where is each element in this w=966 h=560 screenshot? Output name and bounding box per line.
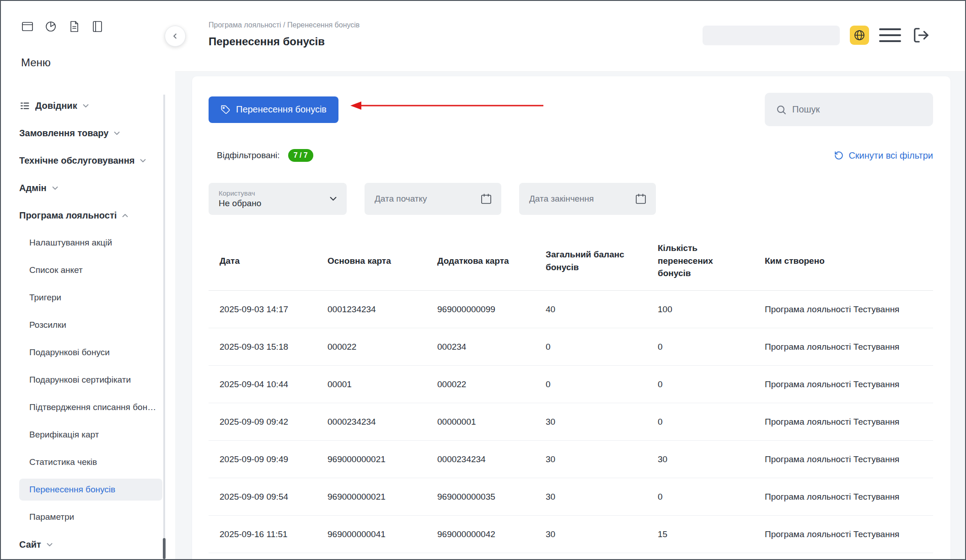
language-button[interactable] [850, 26, 869, 45]
chevron-down-icon [47, 543, 53, 547]
sidebar-scrollbar-thumb[interactable] [163, 538, 166, 559]
card-toolbar: Перенесення бонусів [209, 93, 933, 126]
table-cell: 40 [546, 304, 658, 315]
table-cell: 2025-09-03 15:18 [220, 342, 327, 352]
sidebar-item-7[interactable]: Тригери [1, 284, 175, 311]
sidebar-item-label: Розсилки [29, 320, 66, 330]
column-header: Кількість перенесених бонусів [658, 242, 727, 280]
main-header: Програма лояльності / Перенесення бонусі… [175, 1, 965, 72]
date-end-filter[interactable]: Дата закінчення [519, 183, 656, 215]
pie-chart-icon[interactable] [44, 20, 57, 33]
table-row[interactable]: 2025-09-09 09:54969000000021969000000035… [209, 478, 933, 516]
table-cell: 0 [658, 342, 765, 352]
column-header: Ким створено [765, 255, 933, 267]
sidebar-item-label: Адмін [19, 183, 47, 193]
table-cell: Програма лояльності Тестування [765, 342, 933, 352]
sidebar-item-label: Список анкет [29, 265, 83, 275]
transfers-table: ДатаОсновна картаДодаткова картаЗагальни… [209, 231, 933, 553]
sidebar-item-1[interactable]: Замовлення товару [1, 119, 175, 147]
table-cell: 2025-09-09 09:54 [220, 492, 327, 502]
chevron-down-icon [140, 159, 146, 163]
refresh-icon [834, 150, 844, 160]
table-cell: 969000000041 [327, 529, 437, 539]
sidebar-item-13[interactable]: Статистика чеків [1, 448, 175, 476]
filtered-counter: Відфільтровані: 7 / 7 [209, 149, 313, 162]
globe-icon [853, 29, 865, 41]
transfer-bonuses-button-label: Перенесення бонусів [236, 104, 327, 115]
table-cell: 30 [546, 492, 658, 502]
sidebar-item-15[interactable]: Параметри [1, 503, 175, 531]
sidebar-item-label: Тригери [29, 293, 61, 303]
sidebar-scrollbar-track[interactable] [163, 95, 165, 559]
sidebar-item-label: Довідник [35, 101, 77, 111]
filtered-label: Відфільтровані: [217, 150, 280, 160]
table-cell: 15 [658, 529, 765, 539]
table-row[interactable]: 2025-09-09 09:42000023423400000001300Про… [209, 403, 933, 441]
sidebar-item-14[interactable]: Перенесення бонусів [19, 479, 162, 501]
table-cell: 000022 [437, 379, 546, 389]
user-filter-value: Не обрано [219, 198, 261, 208]
table-cell: 00000001 [437, 417, 546, 427]
table-cell: Програма лояльності Тестування [765, 304, 933, 315]
sidebar-item-16[interactable]: Сайт [1, 531, 175, 558]
table-cell: 0000234234 [327, 417, 437, 427]
table-cell: 0000234234 [437, 454, 546, 464]
sidebar-item-5[interactable]: Налаштування акцій [1, 229, 175, 256]
sidebar-item-2[interactable]: Технічне обслуговування [1, 147, 175, 174]
table-row[interactable]: 2025-09-09 09:49969000000021000023423430… [209, 441, 933, 478]
table-cell: 2025-09-03 14:17 [220, 304, 327, 315]
sidebar-item-10[interactable]: Подарункові сертифікати [1, 366, 175, 394]
chevron-down-icon [330, 197, 337, 201]
chevron-down-icon [52, 186, 58, 190]
table-cell: 00001 [327, 379, 437, 389]
sidebar-menu: ДовідникЗамовлення товаруТехнічне обслуг… [1, 92, 175, 558]
book-icon[interactable] [91, 20, 104, 33]
filters-meta-row: Відфільтровані: 7 / 7 Скинути всі фільтр… [209, 149, 933, 162]
table-cell: 969000000099 [437, 304, 546, 315]
user-filter-label: Користувач [219, 189, 261, 197]
chevron-left-icon [172, 32, 179, 40]
sidebar-item-label: Сайт [19, 539, 41, 550]
sidebar-item-11[interactable]: Підтвердження списання бону... [1, 394, 175, 421]
transfer-bonuses-button[interactable]: Перенесення бонусів [209, 96, 338, 123]
table-cell: 0 [546, 379, 658, 389]
document-icon[interactable] [68, 20, 80, 33]
column-header: Додаткова карта [437, 255, 546, 267]
table-cell: 30 [546, 454, 658, 464]
sidebar-item-12[interactable]: Верифікація карт [1, 421, 175, 448]
header-search-pill[interactable] [703, 26, 840, 45]
sidebar-item-3[interactable]: Адмін [1, 174, 175, 202]
user-filter-select[interactable]: Користувач Не обрано [209, 183, 347, 215]
search-input[interactable] [792, 104, 924, 115]
table-row[interactable]: 2025-09-03 14:17000123423496900000009940… [209, 291, 933, 328]
chevron-down-icon [114, 131, 120, 135]
reset-filters-link[interactable]: Скинути всі фільтри [834, 150, 933, 161]
sidebar-collapse-button[interactable] [165, 26, 186, 47]
table-cell: 2025-09-16 11:51 [220, 529, 327, 539]
date-start-filter[interactable]: Дата початку [365, 183, 501, 215]
logout-button[interactable] [911, 25, 931, 45]
sidebar-item-label: Верифікація карт [29, 430, 99, 440]
table-row[interactable]: 2025-09-04 10:440000100002200Програма ло… [209, 366, 933, 403]
column-header: Загальний баланс бонусів [546, 248, 637, 273]
browser-icon[interactable] [21, 20, 34, 33]
sidebar-item-label: Параметри [29, 512, 74, 522]
sidebar-item-label: Підтвердження списання бону... [29, 402, 157, 412]
table-cell: 0 [658, 379, 765, 389]
sidebar-item-4[interactable]: Програма лояльності [1, 202, 175, 229]
filtered-count-badge: 7 / 7 [288, 149, 313, 162]
table-row[interactable]: 2025-09-16 11:51969000000041969000000042… [209, 516, 933, 553]
table-body: 2025-09-03 14:17000123423496900000009940… [209, 291, 933, 553]
sidebar-item-0[interactable]: Довідник [1, 92, 175, 119]
sidebar-item-8[interactable]: Розсилки [1, 311, 175, 339]
search-box[interactable] [765, 93, 933, 126]
table-row[interactable]: 2025-09-03 15:1800002200023400Програма л… [209, 328, 933, 366]
sidebar-item-9[interactable]: Подарункові бонуси [1, 339, 175, 366]
search-icon [776, 104, 787, 115]
app-window: Меню ДовідникЗамовлення товаруТехнічне о… [0, 0, 966, 560]
sidebar-item-6[interactable]: Список анкет [1, 256, 175, 284]
hamburger-menu-icon[interactable] [879, 28, 901, 42]
date-end-placeholder: Дата закінчення [529, 194, 594, 204]
list-icon [19, 100, 31, 112]
table-cell: 0 [658, 417, 765, 427]
